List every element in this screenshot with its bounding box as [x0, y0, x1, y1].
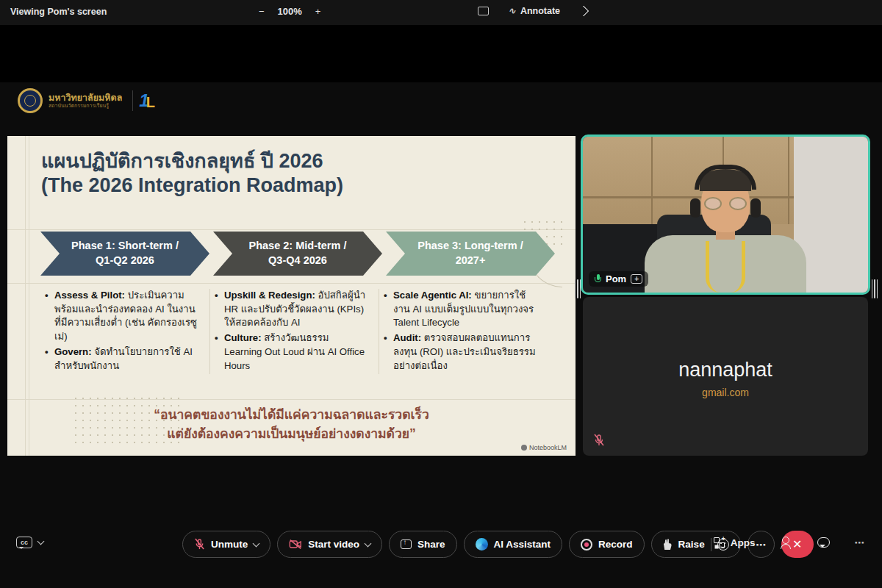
annotate-button[interactable]: ∿ Annotate	[508, 5, 560, 16]
ai-assistant-icon	[476, 538, 488, 551]
panel-resize-handle[interactable]	[575, 279, 581, 298]
expand-icon[interactable]	[578, 5, 589, 16]
bullet-item: Upskill & Redesign: อัปสกิลผู้นำ HR และป…	[215, 289, 368, 330]
slide-decor-line	[7, 229, 576, 230]
il-logo-icon: 1 L	[132, 90, 155, 111]
bullet-item: Scale Agentic AI: ขยายการใช้งาน AI แบบเต…	[384, 289, 537, 330]
notebooklm-icon	[521, 445, 527, 451]
pom-video-feed	[583, 137, 868, 293]
bullet-item: Audit: ตรวจสอบผลตอบแทนการลงทุน (ROI) และ…	[384, 331, 537, 373]
unmute-button[interactable]: Unmute	[182, 531, 270, 558]
bullet-item: Assess & Pilot: ประเมินความพร้อมและนำร่อ…	[45, 289, 199, 344]
phase-columns: Assess & Pilot: ประเมินความพร้อมและนำร่อ…	[40, 289, 549, 374]
university-logo: มหาวิทยาลัยมหิดล สถาบันนวัตกรรมการเรียนร…	[18, 88, 155, 113]
chevron-down-icon	[37, 538, 45, 545]
phase3-arrow: Phase 3: Long-term / 2027+	[386, 232, 555, 276]
participant-name: nannaphat	[583, 359, 868, 381]
captions-button[interactable]: cc	[16, 537, 43, 548]
phase2-column: Upskill & Redesign: อัปสกิลผู้นำ HR และป…	[209, 289, 379, 374]
start-video-button[interactable]: Start video	[277, 531, 382, 558]
university-name: มหาวิทยาลัยมหิดล	[49, 93, 122, 103]
divider	[711, 538, 711, 551]
meeting-stage: มหาวิทยาลัยมหิดล สถาบันนวัตกรรมการเรียนร…	[0, 82, 882, 588]
panel-resize-handle[interactable]	[872, 279, 878, 298]
shared-slide: แผนปฏิบัติการเชิงกลยุทธ์ ปี 2026 (The 20…	[7, 136, 576, 456]
chevron-down-icon[interactable]	[253, 539, 260, 547]
share-button[interactable]: Share	[389, 531, 457, 558]
phase1-arrow: Phase 1: Short-term / Q1-Q2 2026	[40, 232, 209, 276]
phase2-arrow: Phase 2: Mid-term / Q3-Q4 2026	[213, 232, 382, 276]
record-button[interactable]: Record	[569, 531, 645, 558]
pen-icon: ∿	[508, 5, 516, 16]
mic-off-icon	[194, 538, 205, 551]
zoom-in-button[interactable]: +	[315, 6, 321, 17]
video-tile-pom[interactable]: Pom +	[581, 135, 870, 295]
slide-title: แผนปฏิบัติการเชิงกลยุทธ์ ปี 2026 (The 20…	[41, 149, 343, 198]
university-emblem-icon	[18, 88, 43, 113]
share-control-bar: Viewing Pom's screen − 100% + ∿ Annotate	[0, 0, 882, 25]
phase-arrows: Phase 1: Short-term / Q1-Q2 2026 Phase 2…	[40, 232, 555, 276]
university-subtitle: สถาบันนวัตกรรมการเรียนรู้	[49, 103, 122, 109]
bullet-item: Govern: จัดทำนโยบายการใช้ AI สำหรับพนักง…	[45, 345, 199, 373]
phase3-column: Scale Agentic AI: ขยายการใช้งาน AI แบบเต…	[379, 289, 548, 374]
video-tile-nannaphat[interactable]: nannaphat gmail.com	[583, 297, 868, 456]
apps-button[interactable]: + Apps	[714, 537, 756, 548]
speaker-name: Pom	[606, 273, 626, 284]
chevron-down-icon[interactable]	[365, 539, 372, 547]
ai-assistant-button[interactable]: AI Assistant	[464, 531, 563, 558]
share-icon	[401, 539, 412, 549]
slide-decor-line	[7, 283, 576, 284]
viewing-screen-label: Viewing Pom's screen	[10, 7, 107, 17]
slide-quote: “อนาคตของงานไม่ได้มีแค่ความฉลาดและรวดเร็…	[7, 405, 576, 444]
zoom-level[interactable]: 100%	[278, 6, 302, 17]
camera-off-icon	[289, 539, 302, 550]
bullet-item: Culture: สร้างวัฒนธรรม Learning Out Loud…	[215, 331, 368, 373]
screen-share-icon[interactable]	[478, 7, 489, 15]
apps-grid-icon: +	[714, 537, 725, 548]
notebooklm-watermark: NotebookLM	[521, 444, 567, 451]
speaker-name-tag: Pom +	[589, 271, 648, 287]
chat-button[interactable]	[817, 537, 830, 548]
participants-button[interactable]	[781, 537, 792, 548]
participant-subtitle: gmail.com	[583, 387, 868, 398]
mic-muted-icon	[593, 434, 605, 447]
add-icon[interactable]: +	[631, 274, 642, 284]
zoom-out-button[interactable]: −	[259, 6, 265, 17]
record-icon	[581, 539, 592, 551]
meeting-toolbar: cc Unmute Start video	[0, 523, 882, 567]
closed-captions-icon: cc	[16, 537, 32, 548]
annotate-label: Annotate	[520, 6, 560, 16]
raise-hand-icon	[663, 539, 673, 550]
phase1-column: Assess & Pilot: ประเมินความพร้อมและนำร่อ…	[40, 289, 209, 374]
mic-active-icon	[595, 274, 601, 284]
more-panels-button[interactable]: ⋯	[855, 537, 867, 548]
